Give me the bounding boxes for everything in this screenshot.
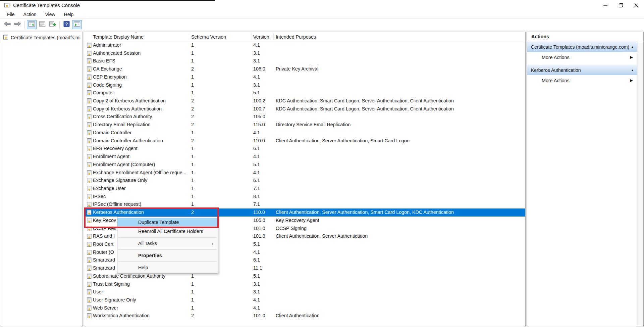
properties-button[interactable]: [37, 20, 47, 29]
section-gap: [527, 62, 637, 65]
table-row[interactable]: Enrollment Agent14.1: [84, 153, 525, 161]
menu-separator: [118, 249, 217, 250]
close-button[interactable]: [629, 0, 644, 10]
cell-template-display-name: Cross Certification Authority: [93, 113, 190, 121]
cell-template-display-name: CA Exchange: [93, 65, 190, 73]
table-row[interactable]: Code Signing13.1: [84, 81, 525, 89]
actions-pane-scrollbar[interactable]: [637, 42, 643, 326]
column-header-version[interactable]: Version: [253, 32, 269, 41]
table-row[interactable]: User Signature Only14.1: [84, 296, 525, 304]
table-row[interactable]: CA Exchange2106.0Private Key Archival: [84, 65, 525, 73]
cell-intended-purposes: Client Authentication: [276, 312, 319, 320]
cell-schema-version: 1: [191, 153, 194, 161]
tree-item-certificate-templates[interactable]: Certificate Templates (moadfs.mi: [0, 32, 83, 41]
certificate-templates-console-window: Certificate Templates Console File Act: [0, 0, 644, 327]
column-divider[interactable]: [188, 33, 188, 40]
cell-template-display-name: Administrator: [93, 41, 190, 49]
restore-button[interactable]: [613, 0, 629, 10]
menu-file[interactable]: File: [3, 10, 19, 19]
table-row[interactable]: Workstation Authentication2101.0Client A…: [84, 312, 525, 320]
column-header-template-display-name[interactable]: Template Display Name: [93, 32, 144, 41]
menu-item-reenroll-all-certificate-holders[interactable]: Reenroll All Certificate Holders: [117, 227, 218, 236]
collapse-section-icon[interactable]: ▲: [631, 45, 634, 49]
table-row[interactable]: Kerberos Authentication2110.0Client Auth…: [84, 208, 525, 217]
cell-schema-version: 2: [191, 105, 194, 113]
forward-button[interactable]: [13, 20, 22, 29]
help-button[interactable]: ?: [62, 20, 71, 29]
table-row[interactable]: CEP Encryption14.1: [84, 73, 525, 81]
menu-help[interactable]: Help: [60, 10, 78, 19]
certificate-template-icon: [87, 90, 92, 96]
actions-section-header-kerberos-authentication[interactable]: Kerberos Authentication▲: [527, 65, 637, 75]
table-row[interactable]: Cross Certification Authority2105.0: [84, 113, 525, 121]
screenshot-top-edge: [0, 0, 215, 1]
minimize-button[interactable]: [598, 0, 613, 10]
context-menu: Duplicate TemplateReenroll All Certifica…: [117, 217, 218, 274]
column-header-schema-version[interactable]: Schema Version: [191, 32, 226, 41]
svg-text:?: ?: [65, 21, 68, 27]
table-row[interactable]: Trust List Signing13.1: [84, 280, 525, 288]
table-row[interactable]: Exchange Signature Only16.1: [84, 177, 525, 185]
actions-section-header-certificate-templates-moadfs-miniorange-com[interactable]: Certificate Templates (moadfs.miniorange…: [527, 42, 637, 52]
cell-template-display-name: Enrollment Agent: [93, 153, 190, 161]
cell-schema-version: 2: [191, 137, 194, 145]
cell-intended-purposes: Key Recovery Agent: [276, 217, 319, 225]
table-row[interactable]: Enrollment Agent (Computer)15.1: [84, 161, 525, 169]
table-row[interactable]: Domain Controller14.1: [84, 129, 525, 137]
table-row[interactable]: Administrator14.1: [84, 41, 525, 49]
table-row[interactable]: Web Server14.1: [84, 304, 525, 312]
more-actions-arrow-icon: ▶: [630, 55, 633, 59]
certificate-template-icon: [87, 51, 92, 57]
table-row[interactable]: Copy of Kerberos Authentication2100.7KDC…: [84, 105, 525, 113]
cell-version: 7.1: [253, 185, 260, 193]
table-row[interactable]: IPSec (Offline request)17.1: [84, 200, 525, 208]
menu-item-all-tasks[interactable]: All Tasks›: [117, 239, 218, 248]
table-row[interactable]: Copy 2 of Kerberos Authentication2100.2K…: [84, 97, 525, 105]
table-row[interactable]: User13.1: [84, 288, 525, 296]
column-divider[interactable]: [252, 33, 252, 40]
back-button[interactable]: [2, 20, 12, 29]
certificate-template-icon: [87, 75, 92, 81]
more-actions-button[interactable]: More Actions▶: [527, 75, 637, 86]
cell-template-display-name: IPSec: [93, 193, 190, 201]
cell-version: 110.0: [253, 208, 265, 217]
certificate-template-icon: [87, 162, 92, 168]
show-console-tree-button[interactable]: [27, 20, 37, 29]
table-row[interactable]: IPSec18.1: [84, 193, 525, 201]
table-row[interactable]: Domain Controller Authentication2110.0Cl…: [84, 137, 525, 145]
table-row[interactable]: Basic EFS13.1: [84, 57, 525, 65]
menu-item-label: Duplicate Template: [138, 220, 179, 225]
collapse-section-icon[interactable]: ▲: [631, 68, 634, 72]
restore-icon: [618, 2, 624, 8]
certificate-template-icon: [87, 130, 92, 136]
table-row[interactable]: Directory Email Replication2115.0Directo…: [84, 121, 525, 129]
menu-view[interactable]: View: [41, 10, 59, 19]
actions-section-title: Certificate Templates (moadfs.miniorange…: [531, 44, 629, 50]
menu-item-duplicate-template[interactable]: Duplicate Template: [117, 218, 218, 227]
table-row[interactable]: EFS Recovery Agent16.1: [84, 145, 525, 153]
show-action-pane-icon: [73, 21, 80, 28]
more-actions-button[interactable]: More Actions▶: [527, 52, 637, 62]
cell-version: 8.1: [253, 193, 260, 201]
table-row[interactable]: Authenticated Session13.1: [84, 49, 525, 57]
export-list-button[interactable]: [48, 20, 57, 29]
show-console-tree-icon: [28, 21, 35, 28]
table-row[interactable]: Exchange User17.1: [84, 185, 525, 193]
menu-item-help[interactable]: Help: [117, 263, 218, 272]
show-action-pane-button[interactable]: [72, 20, 82, 29]
column-divider[interactable]: [273, 33, 274, 40]
cell-template-display-name: User: [93, 288, 190, 296]
console-app-icon: [4, 2, 10, 8]
cell-schema-version: 1: [191, 296, 194, 304]
menu-action[interactable]: Action: [19, 10, 41, 19]
cell-version: 3.1: [253, 49, 260, 57]
window-controls: [598, 0, 644, 10]
column-header-intended-purposes[interactable]: Intended Purposes: [276, 32, 316, 41]
certificate-template-icon: [87, 258, 92, 264]
certificate-template-icon: [87, 210, 92, 216]
menu-item-properties[interactable]: Properties: [117, 251, 218, 260]
table-row[interactable]: Exchange Enrollment Agent (Offline reque…: [84, 169, 525, 177]
cell-schema-version: 2: [191, 208, 194, 217]
table-row[interactable]: Computer15.1: [84, 89, 525, 97]
cell-intended-purposes: Private Key Archival: [276, 65, 318, 73]
